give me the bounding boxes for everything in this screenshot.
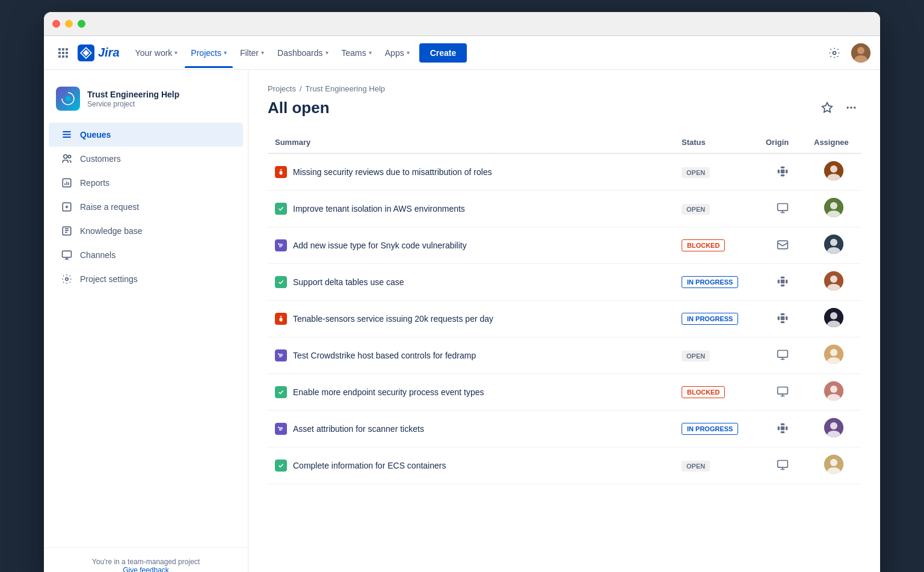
nav-apps[interactable]: Apps ▾	[379, 43, 416, 63]
issue-summary-text[interactable]: Support delta tables use case	[293, 277, 404, 287]
sidebar-item-reports[interactable]: Reports	[49, 171, 243, 195]
sidebar-item-raise-request[interactable]: Raise a request	[49, 195, 243, 219]
issue-assignee-cell	[807, 374, 861, 411]
close-btn[interactable]	[52, 20, 60, 28]
sidebar-item-queues[interactable]: Queues	[49, 123, 243, 147]
issue-row-inner: Missing security reviews due to misattri…	[275, 166, 667, 178]
svg-rect-49	[280, 318, 283, 322]
nav-items-container: Your work ▾ Projects ▾ Filter ▾ Dashboar…	[129, 43, 822, 63]
issue-summary-text[interactable]: Tenable-sensors service issuing 20k requ…	[293, 314, 493, 324]
sidebar-item-knowledge-base[interactable]: Knowledge base	[49, 219, 243, 243]
sidebar-item-channels[interactable]: Channels	[49, 243, 243, 267]
nav-dashboards[interactable]: Dashboards ▾	[271, 43, 334, 63]
issue-status-cell: BLOCKED	[674, 227, 759, 264]
col-header-summary: Summary	[268, 132, 674, 153]
slack-icon	[777, 165, 789, 177]
svg-rect-69	[781, 423, 785, 425]
issue-type-icon	[275, 460, 287, 472]
issue-row-inner: Add new issue type for Snyk code vulnera…	[275, 239, 667, 251]
logo[interactable]: Jira	[78, 45, 120, 61]
svg-point-56	[830, 312, 837, 319]
raise-request-icon	[61, 201, 73, 213]
origin-icon-container	[775, 164, 790, 179]
svg-rect-27	[781, 170, 785, 174]
project-logo-icon	[61, 91, 75, 106]
svg-rect-25	[786, 170, 787, 174]
chevron-down-icon: ▾	[224, 49, 227, 56]
table-header-row: Summary Status Origin Assignee	[268, 132, 861, 153]
origin-icon-container	[775, 201, 790, 215]
issues-table: Summary Status Origin Assignee Missing s…	[268, 132, 861, 484]
page-actions	[818, 98, 861, 117]
table-row: Asset attribution for scanner tickets IN…	[268, 411, 861, 447]
issue-summary-text[interactable]: Asset attribution for scanner tickets	[293, 424, 424, 434]
nav-filter[interactable]: Filter ▾	[234, 43, 270, 63]
issue-origin-cell	[759, 337, 807, 374]
create-button[interactable]: Create	[419, 43, 467, 63]
issue-summary-text[interactable]: Missing security reviews due to misattri…	[293, 167, 492, 177]
star-button[interactable]	[818, 98, 837, 117]
issue-summary-cell: Missing security reviews due to misattri…	[268, 153, 674, 191]
give-feedback-link[interactable]: Give feedback	[123, 566, 169, 572]
user-avatar[interactable]	[851, 43, 870, 63]
origin-icon-container	[775, 238, 790, 252]
minimize-btn[interactable]	[65, 20, 73, 28]
more-options-button[interactable]	[842, 98, 861, 117]
issue-row-inner: Enable more endpoint security process ev…	[275, 386, 667, 398]
assignee-avatar	[824, 418, 843, 437]
table-row: Tenable-sensors service issuing 20k requ…	[268, 301, 861, 337]
breadcrumb-project-link[interactable]: Trust Engineering Help	[306, 84, 385, 93]
svg-rect-26	[781, 174, 785, 176]
sidebar-item-customers[interactable]: Customers	[49, 147, 243, 171]
issue-assignee-cell	[807, 411, 861, 447]
col-header-status: Status	[674, 132, 759, 153]
svg-rect-9	[63, 137, 71, 138]
nav-your-work[interactable]: Your work ▾	[129, 43, 184, 63]
avatar-image	[824, 235, 843, 254]
issue-summary-text[interactable]: Add new issue type for Snyk code vulnera…	[293, 241, 467, 250]
table-row: Improve tenant isolation in AWS environm…	[268, 191, 861, 227]
main-content: Projects / Trust Engineering Help All op…	[248, 70, 880, 572]
titlebar	[44, 12, 880, 36]
jira-logo-icon	[78, 45, 94, 61]
breadcrumb-separator: /	[300, 84, 302, 93]
app-switcher-button[interactable]	[54, 43, 73, 63]
more-icon	[845, 102, 857, 114]
status-badge: IN PROGRESS	[682, 423, 738, 435]
sidebar-footer: You're in a team-managed project Give fe…	[44, 547, 248, 572]
team-managed-text: You're in a team-managed project	[56, 558, 236, 566]
issue-row-inner: Support delta tables use case	[275, 276, 667, 288]
svg-rect-44	[781, 280, 785, 284]
table-row: Test Crowdstrike host based controls for…	[268, 337, 861, 374]
nav-projects[interactable]: Projects ▾	[185, 43, 233, 63]
monitor-icon	[777, 202, 789, 214]
svg-point-11	[68, 155, 71, 158]
settings-button[interactable]	[825, 43, 844, 63]
svg-point-10	[64, 155, 67, 158]
issue-type-icon	[275, 423, 287, 435]
col-header-origin: Origin	[759, 132, 807, 153]
issue-type-icon	[275, 239, 287, 251]
svg-rect-40	[778, 280, 780, 284]
channels-icon	[61, 249, 73, 261]
status-badge: OPEN	[682, 351, 710, 361]
sidebar-navigation: Queues Customers	[44, 123, 248, 547]
assignee-avatar	[824, 198, 843, 217]
status-badge: OPEN	[682, 461, 710, 472]
nav-teams[interactable]: Teams ▾	[336, 43, 378, 63]
issue-summary-text[interactable]: Enable more endpoint security process ev…	[293, 387, 484, 397]
issue-origin-cell	[759, 191, 807, 227]
reports-icon	[61, 177, 73, 189]
breadcrumb-projects-link[interactable]: Projects	[268, 84, 296, 93]
user-avatar-image	[851, 43, 870, 63]
svg-point-38	[830, 239, 837, 246]
maximize-btn[interactable]	[78, 20, 85, 28]
queues-icon	[61, 129, 73, 141]
issue-summary-text[interactable]: Complete information for ECS containers	[293, 461, 446, 470]
issue-row-inner: Tenable-sensors service issuing 20k requ…	[275, 313, 667, 325]
sidebar-item-project-settings[interactable]: Project settings	[49, 267, 243, 291]
issue-assignee-cell	[807, 301, 861, 337]
issue-summary-text[interactable]: Test Crowdstrike host based controls for…	[293, 351, 476, 360]
table-row: Enable more endpoint security process ev…	[268, 374, 861, 411]
issue-summary-text[interactable]: Improve tenant isolation in AWS environm…	[293, 204, 465, 214]
